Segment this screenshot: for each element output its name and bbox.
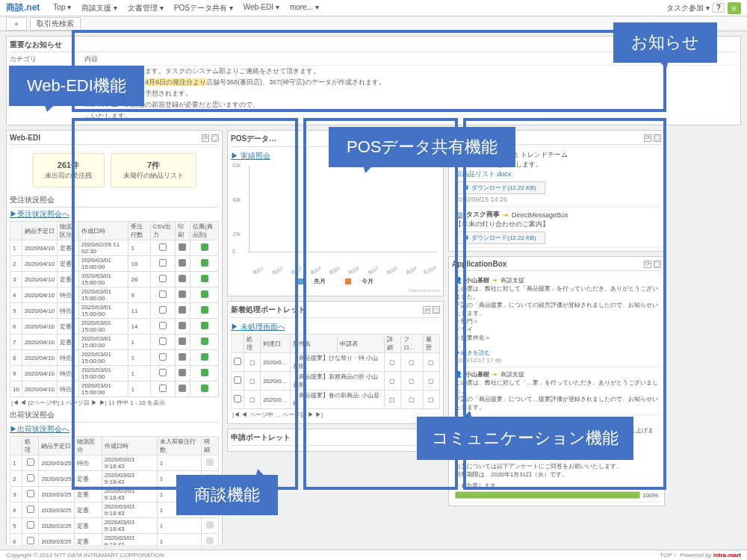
detail-icon[interactable]: [206, 458, 214, 466]
person-icon: 👤: [455, 371, 462, 378]
print-icon[interactable]: [179, 306, 186, 314]
table-row[interactable]: 62020/04/10定番2020/03/01 15:00:0014: [10, 319, 219, 335]
csv-icon[interactable]: [159, 275, 167, 282]
unshipped-box[interactable]: 261件未出荷の受注残: [32, 153, 105, 187]
excel-icon[interactable]: [201, 275, 208, 282]
app-item[interactable]: 👤小山基樹➜商談支援 この度は、弊社に対して「商品提案」を行っていただき、ありが…: [452, 273, 661, 367]
table-row[interactable]: 92020/04/10特売2020/03/01 15:00:001: [10, 366, 219, 382]
print-icon[interactable]: [179, 275, 186, 282]
notice-head-cat: カテゴリ: [10, 55, 84, 64]
table-row[interactable]: 32020/04/10定番2020/03/01 15:00:0028: [10, 272, 219, 287]
webedi-title: Web-EDI: [10, 134, 40, 142]
print-icon[interactable]: [179, 243, 186, 251]
excel-icon[interactable]: [201, 290, 208, 298]
tab-current[interactable]: 取引先検索: [30, 17, 81, 31]
doc-icon[interactable]: [27, 505, 34, 513]
callout-webedi: Web-EDI機能: [9, 66, 144, 106]
table-row[interactable]: 62020/03/25定番2020/03/03 9:18:431: [10, 534, 219, 546]
csv-icon[interactable]: [159, 369, 167, 376]
excel-icon[interactable]: [201, 259, 208, 267]
doc-icon[interactable]: [234, 376, 241, 384]
task-dropdown[interactable]: タスク参加 ▾: [666, 3, 710, 13]
table-row[interactable]: 52020/03/25定番2020/03/03 9:18:431: [10, 518, 219, 534]
table-row[interactable]: 12020/03/25特売2020/03/03 9:18:431: [10, 455, 219, 471]
table-row[interactable]: 82020/04/10特売2020/03/01 15:00:001: [10, 350, 219, 366]
download-button[interactable]: ⬇ ダウンロード(12.22 KB): [455, 181, 545, 194]
print-icon[interactable]: [179, 290, 186, 298]
csv-icon[interactable]: [159, 337, 167, 345]
menu-doc[interactable]: 文書管理 ▾: [123, 1, 168, 15]
print-icon[interactable]: [179, 337, 186, 345]
menu-webedi[interactable]: Web-EDI ▾: [239, 1, 284, 15]
excel-icon[interactable]: [201, 243, 208, 251]
callout-comm: コミュニケーション機能: [417, 417, 633, 460]
refresh-icon[interactable]: ⟳: [202, 134, 209, 142]
task-item[interactable]: 🏢タスク商事➜DirectMessageBox 【年末の灯り合わせのご案内】 ⬇…: [452, 207, 661, 248]
table-row[interactable]: 72020/04/10定番2020/03/01 15:00:001: [10, 335, 219, 350]
progress-bar: [455, 491, 640, 499]
menu-shodan[interactable]: 商談支援 ▾: [77, 1, 122, 15]
doc-icon[interactable]: [27, 474, 34, 482]
callout-pos: POSデータ共有機能: [329, 127, 515, 167]
close-icon[interactable]: ▢: [211, 134, 219, 142]
callout-notice: お知らせ: [613, 22, 717, 63]
detail-icon[interactable]: [206, 521, 214, 529]
excel-icon[interactable]: [201, 337, 208, 345]
order-table: 納品予定日物流区分作成日時受注行数CSV出力印刷伝票(商品別) 12020/04…: [10, 221, 219, 397]
detail-icon[interactable]: [206, 537, 214, 544]
doc-icon[interactable]: [27, 490, 34, 497]
order-status-link[interactable]: ▶受注状況照会へ: [10, 208, 219, 221]
app-item[interactable]: 👤小山基樹➜商談支援 この度は、弊社に対して「…案」を行っていただき、ありがとう…: [452, 367, 661, 415]
table-row[interactable]: ▢2020/0…【商品提案】春の新商品: 小山基樹▢▢▢: [232, 391, 440, 409]
print-icon[interactable]: [179, 353, 186, 361]
table-row[interactable]: ▢2020/0…【商品提案】新規商品の折 小山基樹▢▢▢: [232, 372, 440, 391]
workflow-panel: 新着処理ポートレット⟳▢ ▶ 未処理画面へ 処理到達日案件名申請者詳細フロ…履歴…: [227, 301, 444, 424]
csv-icon[interactable]: [159, 306, 167, 314]
help-button[interactable]: ?: [713, 3, 725, 13]
table-row[interactable]: 12020/04/10定番2020/02/28 11 02:301: [10, 240, 219, 256]
menu-top[interactable]: Top ▾: [49, 1, 75, 15]
user-button[interactable]: ≡: [728, 2, 741, 14]
download-button[interactable]: ⬇ ダウンロード(12.22 KB): [455, 231, 545, 244]
tab-add[interactable]: ＋: [6, 17, 27, 31]
table-row[interactable]: 42020/04/10特売2020/03/01 15:00:009: [10, 287, 219, 303]
doc-icon[interactable]: [27, 537, 34, 544]
print-icon[interactable]: [179, 322, 186, 329]
table-row[interactable]: 52020/04/10特売2020/03/01 15:00:0011: [10, 303, 219, 319]
workflow-table: 処理到達日案件名申請者詳細フロ…履歴 ▢2020/0…【商品提案】ひな祭り・特 …: [231, 334, 440, 409]
csv-icon[interactable]: [159, 259, 167, 267]
ship-status-link[interactable]: ▶出荷状況照会へ: [10, 423, 219, 436]
excel-icon[interactable]: [201, 322, 208, 329]
csv-icon[interactable]: [159, 243, 167, 251]
menu-pos[interactable]: POSデータ共有 ▾: [170, 1, 238, 15]
print-icon[interactable]: [179, 369, 186, 376]
notice-head-body: 内容: [84, 55, 98, 64]
doc-icon[interactable]: [27, 521, 34, 529]
table-row[interactable]: 22020/04/10定番2020/03/01 15:00:0018: [10, 256, 219, 272]
person-icon: 👤: [455, 277, 462, 284]
doc-icon[interactable]: [234, 358, 241, 365]
table-row[interactable]: 102020/04/10特売2020/03/01 15:00:001: [10, 382, 219, 397]
order-pager[interactable]: |◀ ◀ (2ページ中) 1 ページ目 ▶ ▶| 11 件中 1 - 10 を表…: [10, 397, 219, 408]
doc-icon[interactable]: [234, 395, 241, 402]
excel-icon[interactable]: [201, 369, 208, 376]
excel-icon[interactable]: [201, 353, 208, 361]
doc-icon[interactable]: [27, 458, 34, 466]
print-icon[interactable]: [179, 259, 186, 267]
callout-shodan: 商談機能: [176, 475, 278, 515]
menu-more[interactable]: more... ▾: [285, 1, 323, 15]
table-row[interactable]: ▢2020/0…【商品提案】ひな祭り・特 小山基樹▢▢▢: [232, 353, 440, 372]
unissued-box[interactable]: 7件未発行の納品リスト: [111, 153, 196, 187]
excel-icon[interactable]: [201, 306, 208, 314]
order-status-title: 受注状況照会: [10, 193, 219, 208]
excel-icon[interactable]: [201, 385, 208, 392]
top-menu: Top ▾ 商談支援 ▾ 文書管理 ▾ POSデータ共有 ▾ Web-EDI ▾…: [49, 1, 323, 15]
application-box-panel: ApplicationBox⟳▢ 👤小山基樹➜商談支援 この度は、弊社に対して「…: [448, 256, 665, 506]
csv-icon[interactable]: [159, 322, 167, 329]
print-icon[interactable]: [179, 385, 186, 392]
csv-icon[interactable]: [159, 353, 167, 361]
csv-icon[interactable]: [159, 290, 167, 298]
csv-icon[interactable]: [159, 385, 167, 392]
pos-chart: 60k 40k 20k 0: [231, 163, 440, 267]
workflow-link[interactable]: ▶ 未処理画面へ: [231, 320, 440, 334]
